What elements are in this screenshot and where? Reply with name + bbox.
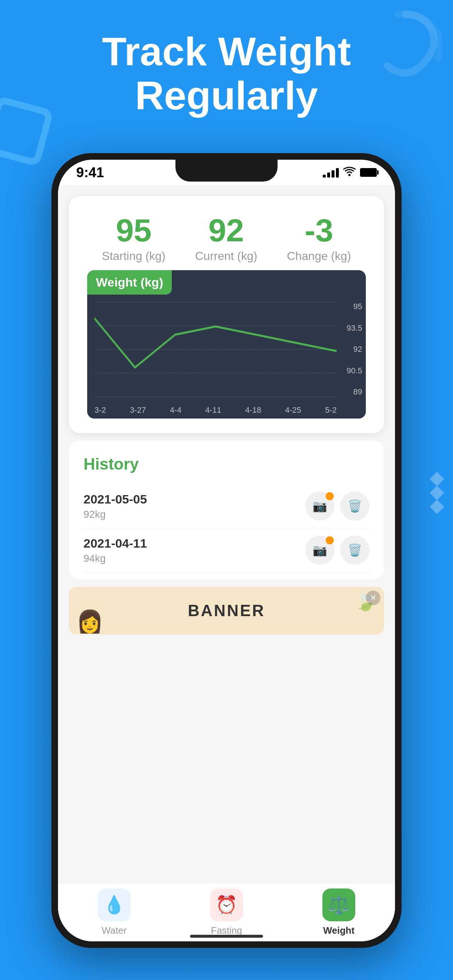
chart-title: Weight (kg) bbox=[96, 275, 163, 289]
fasting-nav-icon-wrap: ⏰ bbox=[210, 888, 243, 921]
delete-button-2[interactable]: 🗑️ bbox=[340, 536, 370, 565]
y-label-89: 89 bbox=[346, 387, 362, 397]
phone-mockup: 9:41 bbox=[51, 153, 402, 948]
current-value: 92 bbox=[195, 215, 257, 247]
y-label-90-5: 90.5 bbox=[346, 366, 362, 375]
history-item-info-2: 2021-04-11 94kg bbox=[83, 536, 147, 565]
stats-row: 95 Starting (kg) 92 Current (kg) -3 Chan… bbox=[87, 215, 366, 263]
weight-nav-icon-wrap: ⚖️ bbox=[322, 888, 355, 921]
water-icon: 💧 bbox=[103, 895, 125, 915]
status-icons bbox=[323, 167, 377, 179]
banner-close-button[interactable]: ✕ bbox=[366, 590, 380, 605]
y-label-92: 92 bbox=[346, 345, 362, 354]
camera-button-1[interactable]: 📷 bbox=[305, 492, 335, 520]
starting-value: 95 bbox=[102, 215, 165, 247]
current-stat: 92 Current (kg) bbox=[195, 215, 257, 263]
history-weight-1: 92kg bbox=[83, 509, 147, 520]
x-label-4-18: 4-18 bbox=[245, 406, 261, 415]
nav-label-weight: Weight bbox=[323, 925, 354, 936]
hero-title: Track Weight Regularly bbox=[0, 29, 453, 118]
chart-body: 95 93.5 92 90.5 89 3-2 3-27 4-4 4-11 bbox=[87, 294, 366, 418]
x-label-4-25: 4-25 bbox=[285, 406, 301, 415]
camera-button-2[interactable]: 📷 bbox=[305, 536, 335, 565]
history-title: History bbox=[83, 455, 370, 473]
change-label: Change (kg) bbox=[287, 250, 351, 263]
history-actions-1: 📷 🗑️ bbox=[305, 492, 370, 520]
delete-button-1[interactable]: 🗑️ bbox=[340, 492, 370, 520]
screen-content: 95 Starting (kg) 92 Current (kg) -3 Chan… bbox=[58, 185, 395, 941]
camera-icon-1: 📷 bbox=[313, 499, 327, 513]
banner-girl-icon: 👩 bbox=[76, 608, 104, 635]
history-item-2[interactable]: 2021-04-11 94kg 📷 🗑️ bbox=[83, 528, 370, 573]
weight-chart: Weight (kg) bbox=[87, 270, 366, 418]
nav-item-fasting[interactable]: ⏰ Fasting bbox=[210, 888, 243, 936]
x-label-4-4: 4-4 bbox=[170, 406, 182, 415]
history-section: History 2021-05-05 92kg 📷 🗑️ bbox=[69, 441, 384, 580]
history-item-info: 2021-05-05 92kg bbox=[83, 492, 147, 520]
fasting-icon: ⏰ bbox=[215, 895, 238, 915]
history-item[interactable]: 2021-05-05 92kg 📷 🗑️ bbox=[83, 484, 370, 528]
stats-card: 95 Starting (kg) 92 Current (kg) -3 Chan… bbox=[69, 196, 384, 433]
wifi-icon bbox=[343, 167, 356, 179]
change-value: -3 bbox=[287, 215, 351, 247]
phone-screen: 9:41 bbox=[58, 160, 395, 941]
y-label-93-5: 93.5 bbox=[346, 323, 362, 333]
status-time: 9:41 bbox=[76, 165, 104, 180]
badge-1 bbox=[326, 492, 334, 500]
history-weight-2: 94kg bbox=[83, 553, 147, 565]
signal-icon bbox=[323, 167, 339, 178]
chart-svg bbox=[94, 302, 337, 400]
x-label-5-2: 5-2 bbox=[325, 406, 337, 415]
water-nav-icon-wrap: 💧 bbox=[98, 888, 131, 921]
y-axis-labels: 95 93.5 92 90.5 89 bbox=[346, 302, 362, 397]
badge-2 bbox=[326, 536, 334, 544]
trash-icon-1: 🗑️ bbox=[348, 499, 362, 513]
history-date-2: 2021-04-11 bbox=[83, 536, 147, 550]
starting-label: Starting (kg) bbox=[102, 250, 165, 263]
bottom-navigation: 💧 Water ⏰ Fasting ⚖️ Weight bbox=[58, 883, 395, 941]
banner-text: BANNER bbox=[188, 601, 265, 620]
x-label-4-11: 4-11 bbox=[205, 406, 222, 415]
phone-notch bbox=[175, 160, 278, 181]
y-label-95: 95 bbox=[346, 302, 362, 311]
svg-point-0 bbox=[348, 174, 351, 176]
nav-item-water[interactable]: 💧 Water bbox=[98, 888, 131, 936]
starting-stat: 95 Starting (kg) bbox=[102, 215, 165, 263]
nav-item-weight[interactable]: ⚖️ Weight bbox=[322, 888, 355, 936]
x-label-3-2: 3-2 bbox=[94, 406, 106, 415]
current-label: Current (kg) bbox=[195, 250, 257, 263]
nav-label-water: Water bbox=[102, 925, 126, 936]
history-date-1: 2021-05-05 bbox=[83, 492, 147, 506]
weight-icon: ⚖️ bbox=[328, 895, 350, 915]
x-label-3-27: 3-27 bbox=[130, 406, 146, 415]
x-axis-labels: 3-2 3-27 4-4 4-11 4-18 4-25 5-2 bbox=[94, 406, 337, 415]
change-stat: -3 Change (kg) bbox=[287, 215, 351, 263]
battery-icon bbox=[360, 168, 377, 177]
promo-banner[interactable]: 👩 BANNER 🍃 ✕ bbox=[69, 587, 384, 635]
bg-diamonds bbox=[432, 474, 442, 512]
history-actions-2: 📷 🗑️ bbox=[305, 536, 370, 565]
camera-icon-2: 📷 bbox=[313, 543, 327, 557]
trash-icon-2: 🗑️ bbox=[348, 543, 362, 557]
chart-header: Weight (kg) bbox=[87, 270, 172, 294]
home-indicator bbox=[190, 935, 263, 938]
